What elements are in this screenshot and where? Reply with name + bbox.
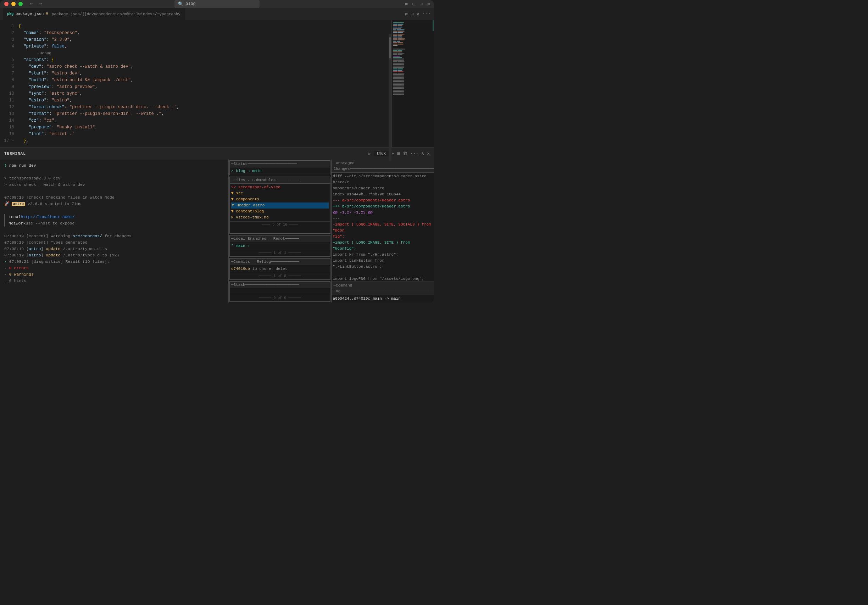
git-branches-header: ─Local Branches - Remot────── [230,236,330,242]
git-branches-content[interactable]: * main ✓ [230,242,330,250]
git-files-header: ─Files - Submodules────────── [230,177,330,184]
terminal-line: 🚀 astro v2.6.6 started in 71ms [4,201,224,208]
terminal-more-icon[interactable]: ··· [410,151,418,157]
git-status-panel: ─Status───────────────────── ✓ blog → ma… [229,160,330,175]
git-files-panel: ─Files - Submodules────────── ?? screens… [229,177,330,234]
close-button[interactable] [4,2,9,6]
terminal-line: - 0 hints [4,278,224,284]
terminal-body: ❯ npm run dev > techspresso@2.3.0 dev > … [0,160,434,302]
git-commits-content[interactable]: d74019cb lu chore: delet [230,265,330,273]
search-bar[interactable]: 🔍 blog [174,0,260,8]
terminal-line [4,188,224,194]
minimap: ████████████████████ ████████ ██████████… [391,20,434,147]
editor-area: 1 2 3 4 5 6 7 8 9 10 11 12 13 14 15 16 1… [0,20,434,147]
terminal-line [4,226,224,233]
git-files-content[interactable]: ?? screenshot-of-vsco ▼ src ▼ components… [230,184,330,221]
search-text: blog [186,2,196,6]
search-icon: 🔍 [178,2,183,7]
terminal-line: 07:08:19 [content] Watching src/content/… [4,233,224,239]
diff-header: ─Unstaged Changes───────────────────────… [332,160,434,173]
traffic-lights [4,2,23,6]
minimize-button[interactable] [11,2,16,6]
terminal-line: - 0 warnings [4,271,224,278]
command-log-panel: ─Command Log────────────────────────────… [332,282,434,302]
sidebar-icon[interactable]: ⊞ [405,1,408,7]
terminal-line: 07:08:19 [content] Types generated [4,239,224,246]
terminal-line: Local http://localhost:3001/ [4,214,224,220]
terminal-run-icon: ▷ [368,151,371,157]
back-button[interactable]: ← [28,0,35,8]
terminal-line: ❯ npm run dev [4,163,224,169]
git-branches-panel: ─Local Branches - Remot────── * main ✓ ─… [229,235,330,257]
layout-icon[interactable]: ⊟ [412,1,415,7]
diff-panel: ─Unstaged Changes───────────────────────… [332,160,434,282]
command-log-content: a090424..d74019c main -> main [332,295,434,302]
terminal-line: 07:08:19 [astro] update /.astro/types.d.… [4,252,224,259]
terminal-add-icon[interactable]: + [391,151,394,157]
file-item[interactable]: ▼ content/blog [231,208,329,214]
terminal-line [4,208,224,214]
terminal-line: > astro check --watch & astro dev [4,182,224,188]
file-item[interactable]: M Header.astro [231,203,329,208]
tabbar: pkg package.json M package.json/{}devDep… [0,8,434,20]
file-item[interactable]: ▼ components [231,197,329,203]
terminal-line: > techspresso@2.3.0 dev [4,175,224,182]
terminal-line: 07:08:19 [check] Checking files in watch… [4,194,224,201]
titlebar: ← → 🔍 blog ⊞ ⊟ ⊞ ⊞ [0,0,434,8]
terminal-line [4,169,224,175]
git-commits-panel: ─Commits - Reflog──────────── d74019cb l… [229,258,330,280]
command-log-header: ─Command Log────────────────────────────… [332,282,434,295]
terminal-line: Network use --host to expose [4,220,224,226]
pkg-icon: pkg [7,12,14,16]
split-icon[interactable]: ⊞ [420,1,422,7]
compare-icon[interactable]: ⇄ [405,11,408,17]
tab-actions: ⇄ ⊞ ✕ ··· [405,11,434,17]
terminal-line: 07:08:19 [astro] update /.astro/types.d.… [4,246,224,252]
modified-indicator: M [46,12,48,16]
terminal-section: TERMINAL ▷ tmux + ⊞ 🗑 ··· ∧ ✕ ❯ npm run … [0,147,434,302]
tab-filename: package.json [16,12,43,16]
terminal-left-pane[interactable]: ❯ npm run dev > techspresso@2.3.0 dev > … [0,160,228,302]
tab-breadcrumb: package.json/{}devDependencies/⊞@tailwin… [52,12,180,16]
app-window: ← → 🔍 blog ⊞ ⊟ ⊞ ⊞ pkg package.json M pa… [0,0,434,302]
git-status-content: ✓ blog → main [230,168,330,175]
git-status-header: ─Status───────────────────── [230,161,330,168]
split-editor-icon[interactable]: ⊞ [411,11,414,17]
editor-scrollbar[interactable] [389,34,391,161]
terminal-header: TERMINAL ▷ tmux + ⊞ 🗑 ··· ∧ ✕ [0,147,434,160]
diff-content[interactable]: diff --git a/src/components/Header.astro… [332,173,434,282]
code-editor[interactable]: { "name": "techspresso", "version": "2.3… [19,20,391,147]
titlebar-actions: ⊞ ⊟ ⊞ ⊞ [405,1,430,7]
terminal-split-icon[interactable]: ⊞ [397,151,400,157]
terminal-title: TERMINAL [4,151,26,156]
terminal-trash-icon[interactable]: 🗑 [403,151,408,157]
file-item[interactable]: ?? screenshot-of-vsco [231,185,329,191]
line-numbers: 1 2 3 4 5 6 7 8 9 10 11 12 13 14 15 16 1… [0,20,19,147]
file-item[interactable]: M vscode-tmux.md [231,214,329,220]
forward-button[interactable]: → [37,0,44,8]
git-commits-header: ─Commits - Reflog──────────── [230,259,330,265]
nav-buttons: ← → [28,0,43,8]
git-stash-content [230,288,330,295]
git-panels: ─Status───────────────────── ✓ blog → ma… [228,160,434,302]
git-stash-panel: ─Stash─────────────────────── ────── 0 o… [229,281,330,302]
file-item[interactable]: ▼ src [231,191,329,197]
git-stash-header: ─Stash─────────────────────── [230,282,330,288]
grid-icon[interactable]: ⊞ [427,1,430,7]
more-icon[interactable]: ··· [422,11,431,17]
close-tab-button[interactable]: ✕ [416,11,419,17]
terminal-line: ✓ 07:08:21 [diagnostics] Result (19 file… [4,259,224,265]
terminal-close-icon[interactable]: ✕ [427,151,430,157]
active-tab[interactable]: pkg package.json M package.json/{}devDep… [3,8,185,20]
terminal-line: - 0 errors [4,265,224,271]
terminal-tab-label[interactable]: tmux [374,151,389,157]
terminal-header-icons: ▷ tmux + ⊞ 🗑 ··· ∧ ✕ [368,151,430,157]
maximize-button[interactable] [19,2,23,6]
terminal-up-icon[interactable]: ∧ [421,151,424,157]
